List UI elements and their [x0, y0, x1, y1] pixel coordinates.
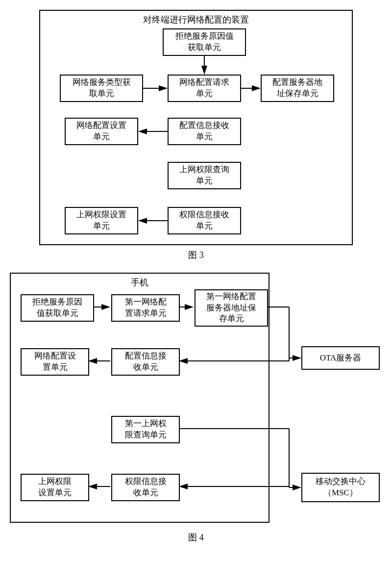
fig4-node-perm-query: 第一上网权 限查询单元: [111, 416, 180, 443]
fig3-node-perm-recv: 权限信息接收 单元: [168, 207, 241, 234]
fig3-node-perm-query: 上网权限查询 单元: [168, 162, 241, 189]
fig3-node-perm-set: 上网权限设置 单元: [65, 207, 138, 234]
fig3-node-config-recv: 配置信息接收 单元: [168, 118, 241, 145]
fig4-phone-title: 手机: [129, 277, 150, 288]
fig3-node-config-set: 网络配置设置 单元: [65, 118, 138, 145]
fig4-node-reject-cause: 拒绝服务原因 值获取单元: [21, 294, 94, 322]
figure-3: 对终端进行网络配置的装置 拒绝服务原因值 获取单元 网络服务类型获 取单元 网络…: [10, 10, 382, 261]
figure-4: 手机 拒绝服务原因 值获取单元 第一网络配 置请求单元 第一网络配置 服务器地址…: [10, 273, 382, 547]
fig4-node-config-request: 第一网络配 置请求单元: [111, 294, 180, 322]
fig3-container: 对终端进行网络配置的装置 拒绝服务原因值 获取单元 网络服务类型获 取单元 网络…: [39, 10, 353, 245]
fig4-node-msc: 移动交换中心 （MSC）: [301, 473, 380, 502]
fig4-label: 图 4: [10, 532, 382, 543]
fig3-label: 图 3: [10, 249, 382, 261]
fig3-node-reject-cause: 拒绝服务原因值 获取单元: [163, 28, 246, 56]
fig3-node-service-type: 网络服务类型获 取单元: [60, 75, 143, 102]
fig3-node-server-addr: 配置服务器地 址保存单元: [261, 75, 334, 102]
fig4-phone-container: 手机 拒绝服务原因 值获取单元 第一网络配 置请求单元 第一网络配置 服务器地址…: [10, 273, 270, 523]
fig3-title: 对终端进行网络配置的装置: [141, 14, 251, 26]
fig4-node-server-addr: 第一网络配置 服务器地址保 存单元: [195, 289, 268, 327]
fig4-node-config-recv: 配置信息接 收单元: [111, 348, 180, 376]
fig4-node-ota: OTA服务器: [301, 346, 380, 370]
fig3-node-config-request: 网络配置请求 单元: [168, 75, 241, 102]
fig4-node-perm-recv: 权限信息接 收单元: [111, 474, 180, 501]
fig4-node-config-set: 网络配置设 置单元: [21, 348, 89, 376]
fig4-node-perm-set: 上网权限 设置单元: [21, 474, 89, 501]
